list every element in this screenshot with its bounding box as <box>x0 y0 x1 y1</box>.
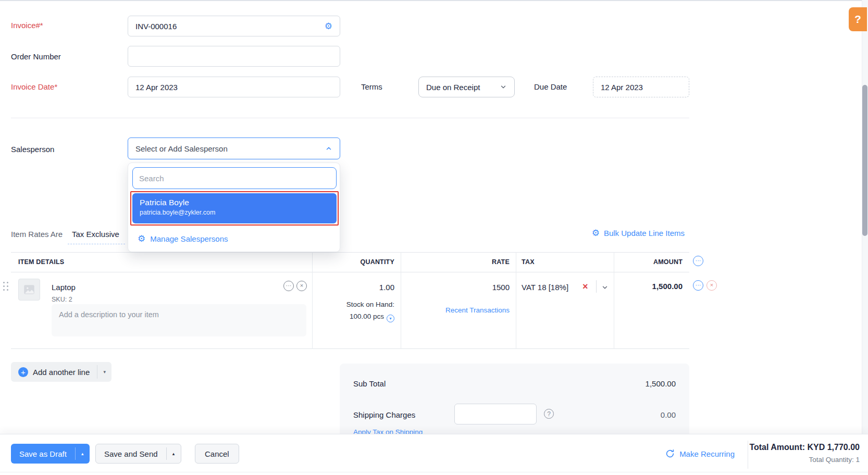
item-remove-icon[interactable]: × <box>296 280 307 291</box>
table-options-icon[interactable]: ··· <box>693 255 703 266</box>
add-line-label: Add another line <box>33 368 90 377</box>
make-recurring-link[interactable]: Make Recurring <box>665 449 735 458</box>
save-and-send-button[interactable]: Save and Send ▴ <box>95 444 181 464</box>
salesperson-select[interactable]: Select or Add Salesperson <box>128 138 340 159</box>
recent-transactions-link[interactable]: Recent Transactions <box>401 306 510 314</box>
salesperson-label: Salesperson <box>11 145 54 154</box>
gear-icon: ⚙ <box>592 229 600 238</box>
manage-salespersons-link[interactable]: ⚙ Manage Salespersons <box>138 230 228 247</box>
column-divider <box>516 252 516 349</box>
header-item-details: ITEM DETAILS <box>18 258 64 266</box>
terms-label: Terms <box>361 82 382 91</box>
chevron-up-icon <box>325 145 332 152</box>
item-rate[interactable]: 1500 <box>401 283 510 292</box>
item-rates-dashed-underline <box>68 244 125 244</box>
help-button[interactable]: ? <box>849 7 867 31</box>
table-border <box>11 348 689 349</box>
top-divider <box>0 0 862 1</box>
footer-divider <box>748 441 748 469</box>
item-tax[interactable]: VAT 18 [18%] <box>522 283 568 292</box>
section-divider <box>11 118 689 118</box>
totals-summary-panel: Sub Total 1,500.00 Shipping Charges ? 0.… <box>340 364 689 438</box>
image-icon <box>22 283 36 296</box>
save-as-draft-button[interactable]: Save as Draft ▴ <box>11 444 90 464</box>
tax-chevron-down-icon[interactable] <box>601 284 609 291</box>
invoice-settings-gear-icon[interactable]: ⚙ <box>325 22 332 31</box>
salesperson-option[interactable]: Patricia Boyle patricia.boyle@zykler.com <box>132 193 337 223</box>
make-recurring-label: Make Recurring <box>679 449 735 458</box>
add-another-line-button[interactable]: + Add another line ▾ <box>11 362 111 382</box>
row-delete-icon[interactable]: × <box>706 280 717 291</box>
terms-value: Due on Receipt <box>426 83 500 92</box>
shipping-charges-value: 0.00 <box>661 410 676 419</box>
salesperson-option-email: patricia.boyle@zykler.com <box>140 209 329 216</box>
tax-cell-divider <box>596 280 597 293</box>
shipping-charges-label: Shipping Charges <box>353 410 415 419</box>
salesperson-dropdown-panel: Patricia Boyle patricia.boyle@zykler.com… <box>128 162 340 252</box>
tax-remove-icon[interactable]: × <box>582 282 588 291</box>
item-rates-value[interactable]: Tax Exclusive <box>72 230 119 239</box>
stock-expand-icon[interactable]: ▾ <box>387 315 394 322</box>
item-name[interactable]: Laptop <box>52 283 76 292</box>
invoice-date-value: 12 Apr 2023 <box>135 83 332 92</box>
salesperson-option-name: Patricia Boyle <box>140 198 329 207</box>
total-quantity-text: Total Quantity: 1 <box>749 456 860 464</box>
table-border <box>11 272 689 272</box>
item-amount: 1,500.00 <box>614 282 683 291</box>
item-image-placeholder[interactable] <box>18 279 40 301</box>
item-description-input[interactable]: Add a description to your item <box>52 304 306 336</box>
item-quantity[interactable]: 1.00 <box>312 283 394 292</box>
invoice-date-label: Invoice Date* <box>11 82 57 91</box>
plus-icon: + <box>18 367 28 377</box>
header-rate: RATE <box>401 258 510 266</box>
manage-salespersons-label: Manage Salespersons <box>150 234 228 243</box>
item-options-icon[interactable]: ··· <box>283 280 294 291</box>
due-date-value: 12 Apr 2023 <box>601 83 681 92</box>
action-footer: Save as Draft ▴ Save and Send ▴ Cancel M… <box>0 434 868 475</box>
order-number-label: Order Number <box>11 52 61 61</box>
save-send-caret-icon[interactable]: ▴ <box>167 444 181 463</box>
shipping-charges-input[interactable] <box>454 404 537 424</box>
table-border <box>11 252 689 253</box>
scrollbar-thumb[interactable] <box>862 85 867 236</box>
gear-icon: ⚙ <box>138 234 145 243</box>
line-items-table: ITEM DETAILS QUANTITY RATE TAX AMOUNT La… <box>11 252 689 349</box>
sub-total-value: 1,500.00 <box>646 379 676 388</box>
column-divider <box>614 252 614 349</box>
totals-block: Total Amount: KYD 1,770.00 Total Quantit… <box>749 443 860 464</box>
invoice-number-field[interactable]: INV-000016 ⚙ <box>128 16 340 36</box>
save-and-send-label: Save and Send <box>96 444 166 463</box>
invoice-number-value: INV-000016 <box>135 22 325 31</box>
salesperson-search-input[interactable] <box>132 167 337 189</box>
make-recurring-icon <box>665 449 675 458</box>
item-rates-label: Item Rates Are <box>11 230 63 239</box>
due-date-field[interactable]: 12 Apr 2023 <box>593 77 689 97</box>
invoice-date-field[interactable]: 12 Apr 2023 <box>128 77 340 97</box>
sub-total-label: Sub Total <box>353 379 386 388</box>
bulk-update-label: Bulk Update Line Items <box>604 229 685 238</box>
item-sku: SKU: 2 <box>52 296 72 303</box>
chevron-down-icon <box>500 83 507 91</box>
stock-on-hand-value: 100.00 pcs▾ <box>302 312 394 322</box>
add-line-caret-icon[interactable]: ▾ <box>97 362 111 382</box>
row-drag-handle[interactable] <box>3 282 9 291</box>
shipping-help-icon[interactable]: ? <box>544 409 554 419</box>
order-number-field[interactable] <box>128 46 340 67</box>
invoice-edit-page: Invoice#* INV-000016 ⚙ Order Number Invo… <box>0 0 868 475</box>
due-date-label: Due Date <box>534 82 567 91</box>
stock-on-hand-label: Stock on Hand: <box>312 301 394 308</box>
save-draft-caret-icon[interactable]: ▴ <box>76 444 90 464</box>
column-divider <box>401 252 401 349</box>
bulk-update-link[interactable]: ⚙ Bulk Update Line Items <box>592 229 685 238</box>
save-as-draft-label: Save as Draft <box>11 444 75 464</box>
header-tax: TAX <box>522 258 535 266</box>
salesperson-placeholder: Select or Add Salesperson <box>135 144 325 153</box>
header-amount: AMOUNT <box>614 258 683 266</box>
total-amount-text: Total Amount: KYD 1,770.00 <box>749 443 860 452</box>
cancel-button[interactable]: Cancel <box>195 444 239 464</box>
terms-select[interactable]: Due on Receipt <box>418 77 515 97</box>
row-options-icon[interactable]: ··· <box>693 280 703 291</box>
invoice-number-label: Invoice#* <box>11 21 43 30</box>
header-quantity: QUANTITY <box>312 258 394 266</box>
